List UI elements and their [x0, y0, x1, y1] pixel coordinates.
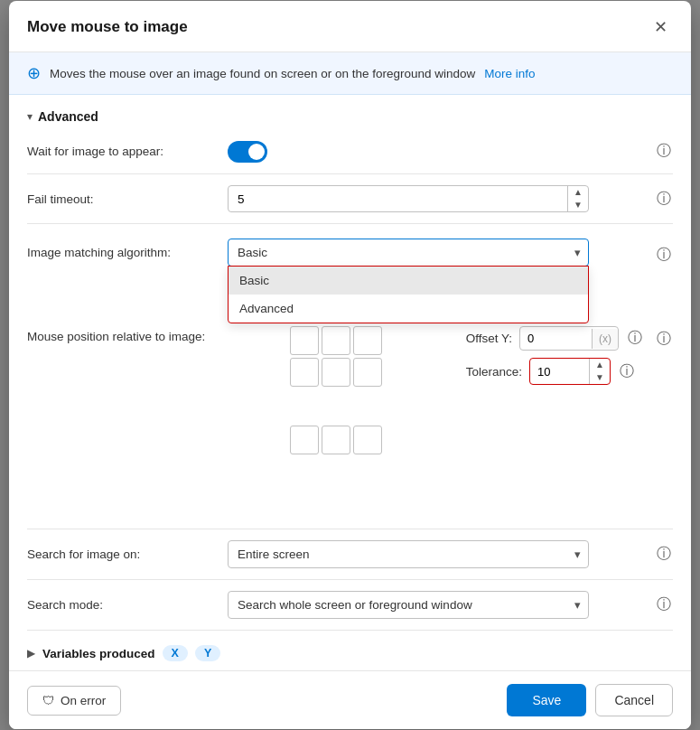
save-button[interactable]: Save [507, 684, 586, 716]
divider-3 [27, 529, 673, 529]
tolerance-row: Tolerance: ▲ ▼ ⓘ [466, 358, 644, 385]
image-matching-row: Image matching algorithm: Basic ▾ Basic … [27, 226, 673, 276]
search-mode-dropdown[interactable]: Search whole screen or foreground window… [228, 591, 589, 619]
search-mode-control: Search whole screen or foreground window… [228, 591, 644, 619]
more-info-link[interactable]: More info [484, 67, 535, 80]
fail-timeout-info-button[interactable]: ⓘ [655, 188, 673, 211]
offset-y-info-button[interactable]: ⓘ [626, 327, 644, 350]
on-error-label: On error [61, 694, 106, 707]
fail-timeout-up-button[interactable]: ▲ [568, 186, 588, 199]
variables-produced-label: Variables produced [42, 647, 155, 660]
on-error-button[interactable]: 🛡 On error [27, 686, 121, 716]
shield-icon: 🛡 [42, 694, 55, 707]
mouse-position-control [228, 326, 444, 518]
tolerance-spinners: ▲ ▼ [589, 359, 610, 384]
dialog-header: Move mouse to image ✕ [9, 1, 691, 52]
wait-for-image-info-button[interactable]: ⓘ [655, 140, 673, 163]
variable-y-badge: Y [195, 645, 220, 661]
pos-cell-mc[interactable] [322, 358, 350, 387]
pos-cell-bl[interactable] [290, 426, 319, 454]
divider-4 [27, 579, 673, 580]
divider-2 [27, 223, 673, 224]
close-button[interactable]: ✕ [649, 15, 673, 39]
wait-for-image-control [228, 141, 644, 163]
dialog: Move mouse to image ✕ ⊕ Moves the mouse … [9, 1, 691, 729]
pos-cell-tc[interactable] [322, 326, 350, 355]
search-mode-label: Search mode: [27, 598, 217, 612]
wait-for-image-toggle[interactable] [228, 141, 267, 163]
option-advanced[interactable]: Advanced [229, 295, 588, 323]
advanced-section-header[interactable]: ▾ Advanced [27, 95, 673, 131]
tolerance-info-button[interactable]: ⓘ [618, 360, 636, 383]
tolerance-down-button[interactable]: ▼ [590, 371, 610, 384]
pos-cell-tr[interactable] [353, 326, 382, 355]
pos-cell-br[interactable] [353, 426, 382, 454]
divider-1 [27, 173, 673, 174]
offset-y-row: Offset Y: (x) ⓘ [466, 326, 644, 351]
cancel-button[interactable]: Cancel [595, 684, 673, 716]
wait-for-image-label: Wait for image to appear: [27, 145, 217, 158]
image-matching-value: Basic [229, 239, 567, 266]
tolerance-input[interactable] [530, 360, 589, 383]
image-matching-label: Image matching algorithm: [27, 239, 217, 259]
image-matching-menu: Basic Advanced [228, 266, 589, 323]
option-basic[interactable]: Basic [229, 267, 588, 295]
position-grid-bottom [290, 426, 382, 518]
search-mode-info-button[interactable]: ⓘ [655, 594, 673, 616]
tolerance-label: Tolerance: [466, 365, 522, 379]
footer-actions: Save Cancel [507, 684, 673, 716]
search-for-image-value: Entire screen [229, 541, 567, 567]
pos-cell-bc[interactable] [322, 426, 350, 454]
offset-y-input-wrap: (x) [519, 326, 619, 351]
offset-tolerance-area: Offset Y: (x) ⓘ Tolerance: ▲ ▼ [466, 326, 644, 385]
fail-timeout-down-button[interactable]: ▼ [568, 199, 588, 211]
toggle-slider [228, 141, 267, 163]
variables-chevron: ▶ [27, 647, 35, 660]
wait-for-image-row: Wait for image to appear: ⓘ [27, 131, 673, 172]
search-for-image-dropdown[interactable]: Entire screen ▾ [228, 540, 589, 568]
search-mode-row: Search mode: Search whole screen or fore… [27, 582, 673, 628]
dialog-footer: 🛡 On error Save Cancel [9, 670, 691, 729]
image-matching-dropdown[interactable]: Basic ▾ Basic Advanced [228, 239, 589, 267]
fail-timeout-spinners: ▲ ▼ [567, 186, 588, 211]
advanced-chevron: ▾ [27, 110, 33, 123]
image-matching-info-button[interactable]: ⓘ [655, 244, 673, 267]
advanced-section-title: Advanced [38, 109, 98, 124]
mouse-position-label: Mouse position relative to image: [27, 326, 217, 343]
offset-x-badge: (x) [592, 329, 618, 349]
search-for-image-row: Search for image on: Entire screen ▾ ⓘ [27, 531, 673, 577]
variable-x-badge: X [163, 645, 188, 661]
divider-5 [27, 630, 673, 631]
fail-timeout-input[interactable] [229, 187, 567, 211]
fail-timeout-label: Fail timeout: [27, 192, 217, 206]
search-for-image-label: Search for image on: [27, 548, 217, 561]
search-for-image-control: Entire screen ▾ [228, 540, 644, 568]
search-for-image-arrow: ▾ [567, 548, 588, 561]
dialog-title: Move mouse to image [27, 18, 188, 36]
search-mode-value: Search whole screen or foreground window [229, 592, 567, 618]
image-matching-control: Basic ▾ Basic Advanced [228, 239, 644, 267]
pos-cell-mr[interactable] [353, 358, 382, 387]
variables-produced-row[interactable]: ▶ Variables produced X Y [27, 632, 673, 670]
position-grid [290, 326, 382, 418]
mouse-icon: ⊕ [27, 63, 41, 83]
search-for-image-info-button[interactable]: ⓘ [655, 543, 673, 566]
image-matching-arrow: ▾ [567, 246, 588, 259]
offset-y-input[interactable] [520, 327, 592, 350]
info-banner: ⊕ Moves the mouse over an image found on… [9, 52, 691, 95]
banner-text: Moves the mouse over an image found on s… [50, 67, 475, 80]
dialog-body: ▾ Advanced Wait for image to appear: ⓘ F… [9, 95, 691, 670]
search-mode-arrow: ▾ [567, 598, 588, 612]
offset-y-label: Offset Y: [466, 332, 512, 345]
fail-timeout-control: ▲ ▼ [228, 185, 644, 212]
mouse-position-info-button[interactable]: ⓘ [655, 328, 673, 351]
pos-cell-ml[interactable] [290, 358, 319, 387]
fail-timeout-input-wrap: ▲ ▼ [228, 185, 589, 212]
tolerance-up-button[interactable]: ▲ [590, 359, 610, 371]
pos-cell-tl[interactable] [290, 326, 319, 355]
fail-timeout-row: Fail timeout: ▲ ▼ ⓘ [27, 176, 673, 221]
tolerance-input-wrap: ▲ ▼ [529, 358, 611, 385]
